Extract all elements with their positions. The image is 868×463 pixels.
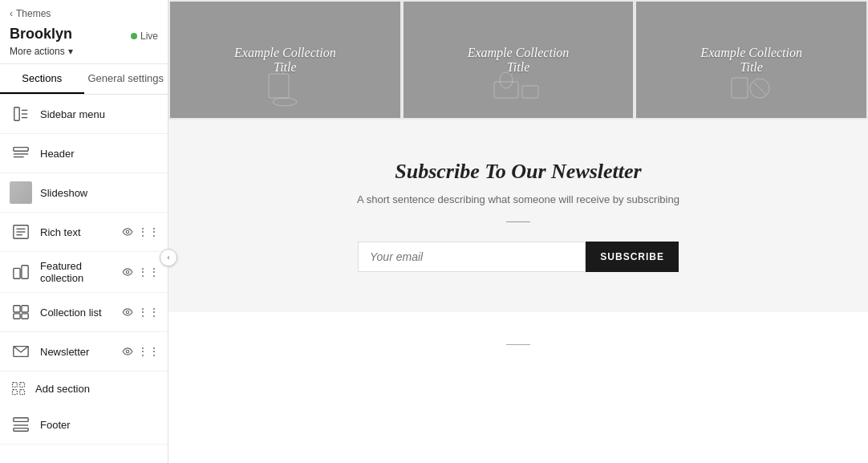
collapse-sidebar-button[interactable]: ‹ xyxy=(160,249,177,266)
add-section-label: Add section xyxy=(35,383,158,395)
footer-divider xyxy=(506,344,530,345)
back-arrow-icon: ‹ xyxy=(10,8,13,19)
svg-rect-33 xyxy=(494,82,518,98)
newsletter-title: Subscribe To Our Newsletter xyxy=(185,160,852,184)
section-item-collection-list[interactable]: Collection list ⋮⋮ xyxy=(0,293,168,332)
main-content: Example CollectionTitle Example Collecti… xyxy=(168,0,868,463)
svg-rect-35 xyxy=(522,86,538,98)
collection-list-visibility-button[interactable] xyxy=(118,303,137,322)
section-item-footer[interactable]: Footer xyxy=(0,405,168,445)
svg-rect-15 xyxy=(14,306,20,312)
svg-point-21 xyxy=(126,350,129,353)
footer-icon xyxy=(10,413,32,436)
more-actions-button[interactable]: More actions ▾ xyxy=(10,46,158,57)
section-item-rich-text[interactable]: Rich text ⋮⋮ xyxy=(0,213,168,252)
live-label: Live xyxy=(140,30,158,42)
section-item-sidebar-menu[interactable]: Sidebar menu xyxy=(0,95,168,134)
sidebar-icon xyxy=(10,103,32,125)
footer-area xyxy=(168,312,868,369)
subscribe-button[interactable]: SUBSCRIBE xyxy=(586,242,679,272)
svg-rect-18 xyxy=(22,314,28,319)
collection-card-1: Example CollectionTitle xyxy=(404,2,634,118)
collection-icon xyxy=(10,261,32,283)
svg-point-19 xyxy=(126,311,129,314)
svg-rect-17 xyxy=(14,314,20,319)
section-label-rich-text: Rich text xyxy=(40,226,118,238)
newsletter-actions: ⋮⋮ xyxy=(118,342,158,361)
more-actions-label: More actions xyxy=(10,46,65,57)
chevron-down-icon: ▾ xyxy=(68,46,73,57)
tab-general-settings[interactable]: General settings xyxy=(84,64,168,94)
slideshow-thumb-inner xyxy=(10,181,32,204)
svg-rect-24 xyxy=(13,390,18,395)
svg-line-38 xyxy=(753,82,766,95)
newsletter-section: Subscribe To Our Newsletter A short sent… xyxy=(168,120,868,312)
theme-name: Brooklyn xyxy=(10,26,72,43)
live-badge: Live xyxy=(131,30,158,42)
svg-point-34 xyxy=(500,72,513,88)
svg-rect-4 xyxy=(14,148,28,152)
live-dot-icon xyxy=(131,33,137,39)
collection-list-icon xyxy=(10,301,32,323)
newsletter-drag-handle[interactable]: ⋮⋮ xyxy=(139,342,158,361)
header-icon xyxy=(10,142,32,164)
rich-text-visibility-button[interactable] xyxy=(118,222,137,242)
section-label-featured-collection: Featured collection xyxy=(40,260,118,284)
collection-card-title-2: Example CollectionTitle xyxy=(700,46,802,75)
sidebar-top: ‹ Themes Brooklyn Live More actions ▾ xyxy=(0,0,168,64)
svg-point-11 xyxy=(126,230,129,234)
collection-cards-row: Example CollectionTitle Example Collecti… xyxy=(168,0,868,120)
section-label-sidebar-menu: Sidebar menu xyxy=(40,108,158,120)
collection-list-drag-handle[interactable]: ⋮⋮ xyxy=(139,303,158,322)
section-label-newsletter: Newsletter xyxy=(40,346,118,358)
back-label: Themes xyxy=(16,8,51,19)
preview-area: Example CollectionTitle Example Collecti… xyxy=(168,0,868,463)
email-input[interactable] xyxy=(358,242,586,272)
section-item-featured-collection[interactable]: Featured collection ⋮⋮ xyxy=(0,252,168,293)
newsletter-subtitle: A short sentence describing what someone… xyxy=(185,193,852,205)
slideshow-thumb xyxy=(10,181,32,204)
featured-collection-drag-handle[interactable]: ⋮⋮ xyxy=(139,262,158,282)
featured-collection-actions: ⋮⋮ xyxy=(118,262,158,282)
svg-rect-29 xyxy=(269,74,289,98)
svg-rect-12 xyxy=(14,268,20,278)
section-list: Sidebar menu Header Slideshow xyxy=(0,95,168,463)
collection-card-title-0: Example CollectionTitle xyxy=(234,46,336,75)
section-item-slideshow[interactable]: Slideshow xyxy=(0,173,168,213)
newsletter-icon xyxy=(10,340,32,363)
section-label-slideshow: Slideshow xyxy=(40,187,158,199)
svg-point-14 xyxy=(126,270,129,274)
newsletter-visibility-button[interactable] xyxy=(118,342,137,361)
rich-text-actions: ⋮⋮ xyxy=(118,222,158,242)
collection-card-0: Example CollectionTitle xyxy=(170,2,400,118)
featured-collection-visibility-button[interactable] xyxy=(118,262,137,282)
section-label-collection-list: Collection list xyxy=(40,307,118,319)
svg-rect-36 xyxy=(732,78,748,98)
svg-rect-0 xyxy=(14,108,19,121)
back-link[interactable]: ‹ Themes xyxy=(10,8,158,19)
newsletter-form: SUBSCRIBE xyxy=(358,242,679,272)
section-item-newsletter[interactable]: Newsletter ⋮⋮ xyxy=(0,332,168,372)
collection-card-title-1: Example CollectionTitle xyxy=(468,46,570,75)
add-section-icon xyxy=(10,380,27,397)
svg-rect-22 xyxy=(13,383,18,388)
collection-list-actions: ⋮⋮ xyxy=(118,303,158,322)
tab-sections[interactable]: Sections xyxy=(0,64,84,94)
section-label-header: Header xyxy=(40,148,158,160)
collection-card-2: Example CollectionTitle xyxy=(636,2,866,118)
section-item-header[interactable]: Header xyxy=(0,134,168,173)
section-label-footer: Footer xyxy=(40,419,158,431)
rich-text-drag-handle[interactable]: ⋮⋮ xyxy=(139,222,158,242)
svg-rect-28 xyxy=(14,428,28,432)
newsletter-divider xyxy=(506,221,530,222)
svg-point-30 xyxy=(273,98,297,106)
svg-rect-25 xyxy=(20,390,25,395)
svg-rect-16 xyxy=(22,306,28,312)
sidebar-tabs: Sections General settings xyxy=(0,64,168,95)
svg-rect-13 xyxy=(22,266,28,279)
add-section-button[interactable]: Add section xyxy=(0,372,168,405)
svg-rect-26 xyxy=(14,418,28,422)
svg-rect-23 xyxy=(20,383,25,388)
richtext-icon xyxy=(10,221,32,243)
sidebar: ‹ Themes Brooklyn Live More actions ▾ Se… xyxy=(0,0,168,463)
